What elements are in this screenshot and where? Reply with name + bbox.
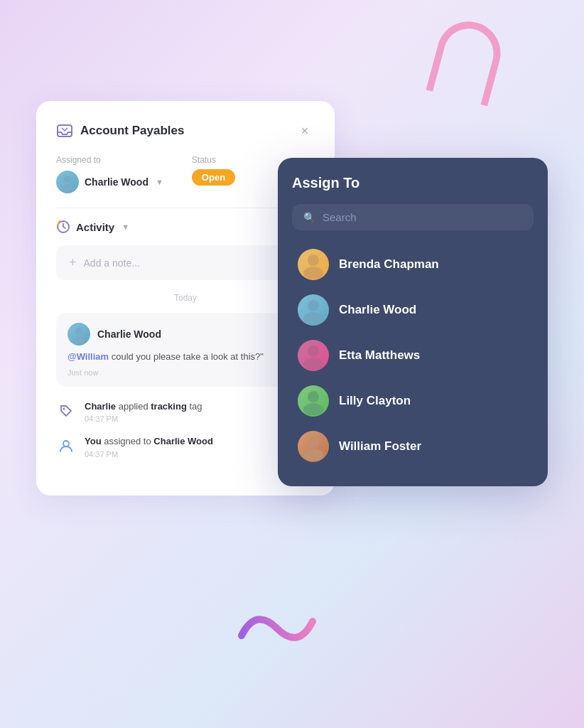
activity-icon: [56, 220, 70, 234]
status-badge[interactable]: Open: [192, 169, 235, 186]
search-box[interactable]: 🔍: [292, 204, 534, 230]
assignee-name: Charlie Wood: [85, 176, 148, 188]
svg-point-7: [63, 441, 69, 446]
activity-text-1: You assigned to Charlie Wood 04:37 PM: [85, 434, 213, 459]
svg-point-16: [308, 437, 319, 448]
assignee-row[interactable]: Charlie Wood ▼: [56, 171, 163, 193]
mention-tag: @William: [67, 351, 109, 362]
activity-time-0: 04:37 PM: [85, 414, 202, 423]
close-button[interactable]: ×: [295, 121, 315, 141]
svg-point-2: [62, 184, 73, 191]
avatar-brenda: [298, 249, 329, 280]
person-item-brenda[interactable]: Brenda Chapman: [292, 242, 534, 287]
activity-bold-0: tracking: [151, 401, 187, 412]
page-container: Account Payables × Assigned to Charlie W…: [36, 58, 548, 670]
search-input[interactable]: [323, 211, 522, 223]
activity-text-0: Charlie applied tracking tag 04:37 PM: [85, 400, 202, 424]
comment-avatar: [67, 323, 90, 346]
dropdown-title: Assign To: [292, 175, 534, 191]
comment-author: Charlie Wood: [97, 328, 161, 340]
svg-point-6: [63, 407, 65, 410]
activity-chevron: ▼: [121, 223, 129, 231]
add-note-placeholder: Add a note...: [84, 257, 140, 269]
comment-body: @William could you please take a look at…: [67, 350, 303, 364]
assigned-to-group: Assigned to Charlie Wood ▼: [56, 155, 163, 193]
activity-prefix-1: You: [85, 436, 102, 446]
activity-item-0: Charlie applied tracking tag 04:37 PM: [56, 400, 315, 424]
status-group: Status Open: [192, 155, 235, 193]
card-title: Account Payables: [80, 124, 184, 138]
inbox-icon: [56, 122, 73, 139]
people-list: Brenda Chapman Charlie Wood: [292, 242, 534, 469]
avatar-william: [298, 431, 329, 462]
activity-title: Activity: [76, 221, 114, 233]
search-icon: 🔍: [303, 212, 315, 223]
assigned-to-label: Assigned to: [56, 155, 163, 165]
add-icon: +: [69, 255, 77, 270]
svg-point-4: [75, 328, 82, 335]
add-note-box[interactable]: + Add a note...: [56, 245, 315, 280]
person-name-etta: Etta Matthews: [339, 348, 420, 363]
activity-bold-1: Charlie Wood: [153, 436, 213, 446]
divider: [56, 208, 315, 208]
avatar-etta: [298, 340, 329, 371]
card-header: Account Payables ×: [56, 121, 315, 141]
person-item-lilly[interactable]: Lilly Clayton: [292, 378, 534, 424]
comment-time: Just now: [67, 368, 303, 377]
assignee-chevron: ▼: [156, 178, 163, 186]
assigned-section: Assigned to Charlie Wood ▼ Status Open: [56, 155, 315, 193]
today-label: Today: [56, 293, 315, 303]
svg-point-17: [303, 449, 323, 461]
person-name-brenda: Brenda Chapman: [339, 257, 439, 272]
activity-header: Activity ▼: [56, 220, 315, 234]
svg-point-13: [303, 358, 323, 370]
avatar-charlie: [298, 294, 329, 326]
svg-point-9: [303, 267, 323, 279]
svg-point-1: [64, 176, 71, 183]
activity-prefix-0: Charlie: [85, 401, 116, 412]
svg-point-15: [303, 403, 323, 415]
assignee-avatar: [56, 171, 79, 193]
status-label: Status: [192, 155, 235, 165]
person-name-charlie: Charlie Wood: [339, 303, 416, 317]
avatar-lilly: [298, 385, 329, 417]
svg-point-14: [308, 391, 319, 402]
card-title-group: Account Payables: [56, 122, 184, 139]
person-activity-icon: [56, 436, 76, 456]
tag-activity-icon: [56, 401, 76, 421]
svg-point-10: [308, 300, 319, 311]
svg-point-11: [303, 312, 323, 324]
person-name-lilly: Lilly Clayton: [339, 394, 411, 408]
svg-point-12: [308, 346, 319, 357]
person-name-william: William Foster: [339, 439, 421, 454]
person-item-william[interactable]: William Foster: [292, 424, 534, 469]
comment-card: Charlie Wood @William could you please t…: [56, 313, 315, 387]
comment-header: Charlie Wood: [67, 323, 303, 346]
svg-point-8: [308, 255, 319, 266]
svg-point-5: [73, 336, 85, 343]
activity-item-1: You assigned to Charlie Wood 04:37 PM: [56, 434, 315, 459]
activity-time-1: 04:37 PM: [85, 450, 213, 459]
person-item-etta[interactable]: Etta Matthews: [292, 333, 534, 378]
assign-dropdown: Assign To 🔍 Brenda Chapman: [278, 158, 548, 486]
comment-text: could you please take a look at this?": [109, 351, 264, 362]
person-item-charlie[interactable]: Charlie Wood: [292, 287, 534, 333]
